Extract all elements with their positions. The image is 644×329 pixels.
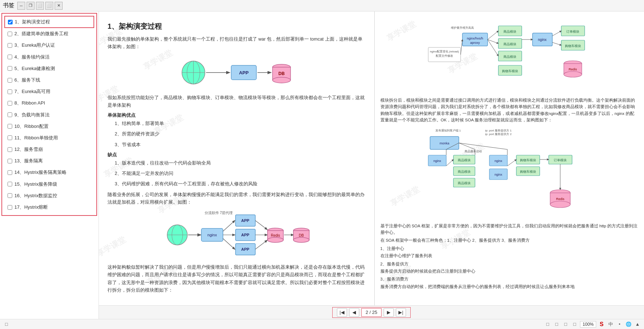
nav-first-btn[interactable]: |◀ bbox=[337, 308, 347, 317]
restore2-btn[interactable]: ⬜ bbox=[36, 2, 44, 10]
sidebar-item-7[interactable]: 7、Eureka高可用 bbox=[4, 86, 94, 97]
svg-text:商品模块: 商品模块 bbox=[503, 42, 516, 46]
bottom-arrow-icon[interactable]: ▲ bbox=[634, 321, 641, 328]
right-text1: 模块拆分后，模块和模块之间是需要通过接口调用的方式进行通信，模块和模块之间通过分… bbox=[380, 97, 639, 124]
svg-text:购物车模块: 购物车模块 bbox=[520, 158, 536, 162]
bottom-page-icon[interactable]: □ bbox=[3, 321, 10, 328]
sidebar-checkbox-12[interactable] bbox=[8, 147, 12, 152]
sidebar-item-17[interactable]: 17、Hystrix熔断 bbox=[4, 201, 94, 213]
sidebar-checkbox-17[interactable] bbox=[8, 205, 12, 210]
svg-text:Redis: Redis bbox=[569, 68, 577, 71]
sidebar-checkbox-14[interactable] bbox=[8, 170, 12, 175]
app-title: 书签 bbox=[3, 2, 14, 9]
sidebar-checkbox-13[interactable] bbox=[8, 159, 12, 163]
sidebar-item-4[interactable]: 4、服务续约保活 bbox=[4, 51, 94, 63]
scale-arch-svg: 分流软件 7层代理 bbox=[161, 210, 312, 260]
sidebar-checkbox-5[interactable] bbox=[8, 66, 12, 71]
svg-text:Redis: Redis bbox=[556, 197, 565, 201]
svg-text:aproxy: aproxy bbox=[470, 41, 480, 45]
sidebar-item-11[interactable]: 11、Ribbon单独使用 bbox=[4, 132, 94, 144]
sidebar-item-3[interactable]: 3、Eureka用户认证 bbox=[4, 40, 94, 51]
nav-last-btn[interactable]: ▶| bbox=[396, 308, 406, 317]
sidebar-label-12: 12、服务雪崩 bbox=[14, 146, 43, 153]
svg-text:商品模块: 商品模块 bbox=[458, 170, 471, 173]
sidebar-item-9[interactable]: 9、负载均衡算法 bbox=[4, 109, 94, 121]
nav-next-btn[interactable]: ▶ bbox=[384, 308, 394, 317]
svg-point-10 bbox=[273, 77, 291, 83]
bottom-icon-2[interactable]: □ bbox=[553, 321, 560, 328]
sidebar-item-15[interactable]: 15、Hystrix服务降级 bbox=[4, 179, 94, 190]
sidebar-label-5: 5、Eureka健康检测 bbox=[14, 65, 55, 72]
sidebar-item-6[interactable]: 6、服务下线 bbox=[4, 74, 94, 86]
bottom-icon-1[interactable]: □ bbox=[544, 321, 551, 328]
pdf-pages: 享学课堂 享学课堂 享学课堂 享学课堂 享学课堂 享学课堂 享学课堂 享学课堂 … bbox=[99, 11, 644, 305]
svg-text:monka: monka bbox=[440, 142, 449, 145]
svg-line-21 bbox=[223, 238, 235, 249]
defect-2: 2、不能满足一定并发的访问 bbox=[115, 170, 366, 177]
sidebar-item-8[interactable]: 8、Ribbon API bbox=[4, 97, 94, 109]
restore-btn[interactable]: ❐ bbox=[27, 2, 35, 10]
sidebar-item-16[interactable]: 16、Hystrix数据监控 bbox=[4, 190, 94, 201]
bottom-dot-icon[interactable]: • bbox=[616, 321, 623, 328]
svg-text:APP: APP bbox=[241, 218, 249, 223]
sidebar-checkbox-11[interactable] bbox=[8, 135, 12, 140]
nav-prev-btn[interactable]: ◀ bbox=[349, 308, 359, 317]
pro-3: 3、节省成本 bbox=[115, 141, 366, 149]
micro-top-svg: nginx配置变化 (reload) 配置文件修改 维护量升维升高高 nginx… bbox=[426, 22, 592, 94]
bottom-icon-4[interactable]: □ bbox=[571, 321, 578, 328]
bottom-icon-3[interactable]: □ bbox=[562, 321, 569, 328]
sidebar-label-9: 9、负载均衡算法 bbox=[14, 112, 50, 118]
sidebar-checkbox-15[interactable] bbox=[8, 182, 12, 186]
sidebar-label-8: 8、Ribbon API bbox=[14, 100, 45, 106]
sidebar-checkbox-6[interactable] bbox=[8, 78, 12, 83]
pro-1: 1、结构简单，部署简单 bbox=[115, 120, 366, 128]
defects-label: 缺点 bbox=[108, 152, 366, 158]
svg-text:ip: port 服务提供方 2: ip: port 服务提供方 2 bbox=[485, 133, 512, 136]
navigation-bar: |◀ ◀ ▶ ▶| bbox=[99, 305, 644, 319]
svg-text:发布通知到客户端 1: 发布通知到客户端 1 bbox=[435, 129, 461, 132]
sidebar-item-12[interactable]: 12、服务雪崩 bbox=[4, 144, 94, 155]
sidebar-item-1[interactable]: 1、架构演变过程 bbox=[4, 16, 94, 28]
diagram-soa: 发布通知到客户端 1 ip: port 服务提供方 1 ip: port 服务提… bbox=[380, 126, 639, 220]
defect-3: 3、代码维护困难，所有代码在一个工程里面，存在被他人修改的风险 bbox=[115, 180, 366, 188]
svg-text:购物车模块: 购物车模块 bbox=[520, 170, 536, 173]
sidebar-item-2[interactable]: 2、搭建简单的微服务工程 bbox=[4, 28, 94, 40]
sidebar-checkbox-3[interactable] bbox=[8, 43, 12, 48]
sidebar-label-11: 11、Ribbon单独使用 bbox=[14, 135, 58, 141]
sidebar-item-5[interactable]: 5、Eureka健康检测 bbox=[4, 63, 94, 74]
bottom-globe-icon[interactable]: 🌐 bbox=[625, 321, 632, 328]
sidebar-item-13[interactable]: 13、服务隔离 bbox=[4, 155, 94, 167]
close-btn[interactable]: ✕ bbox=[55, 2, 63, 10]
sidebar-label-7: 7、Eureka高可用 bbox=[14, 88, 50, 95]
bottom-bar: □ □ □ □ □ 100% S 中 • 🌐 ▲ bbox=[0, 319, 644, 329]
defect-1: 1、版本迭代慢，往往改动一个代码会影响全局 bbox=[115, 159, 366, 167]
svg-text:订单模块: 订单模块 bbox=[566, 30, 579, 33]
window-controls: ─ ❐ ⬜ ⬜ ✕ bbox=[17, 2, 63, 10]
sidebar-checkbox-4[interactable] bbox=[8, 55, 12, 59]
sidebar-checkbox-1[interactable] bbox=[8, 20, 13, 24]
sidebar-checkbox-10[interactable] bbox=[8, 124, 12, 129]
sidebar-label-2: 2、搭建简单的微服务工程 bbox=[14, 31, 68, 37]
svg-text:配置文件修改: 配置文件修改 bbox=[436, 54, 453, 57]
bottom-s-icon[interactable]: S bbox=[598, 321, 605, 328]
sidebar-item-10[interactable]: 10、Ribbon配置 bbox=[4, 121, 94, 132]
sidebar-checkbox-7[interactable] bbox=[8, 89, 12, 94]
title-bar: 书签 ─ ❐ ⬜ ⬜ ✕ bbox=[0, 0, 644, 11]
sidebar-outline: 1、架构演变过程2、搭建简单的微服务工程3、Eureka用户认证4、服务续约保活… bbox=[1, 13, 97, 216]
maximize-btn[interactable]: ⬜ bbox=[45, 2, 53, 10]
svg-point-99 bbox=[550, 201, 570, 208]
sidebar-checkbox-2[interactable] bbox=[8, 32, 12, 36]
sidebar-item-14[interactable]: 14、Hystrix服务隔离策略 bbox=[4, 167, 94, 178]
bottom-lang-icon[interactable]: 中 bbox=[607, 321, 614, 328]
sidebar-checkbox-16[interactable] bbox=[8, 193, 12, 198]
svg-text:nginx: nginx bbox=[433, 159, 441, 163]
diagram-scale-arch: 分流软件 7层代理 bbox=[108, 210, 366, 260]
sidebar-checkbox-9[interactable] bbox=[8, 112, 12, 117]
minimize-btn[interactable]: ─ bbox=[17, 2, 25, 10]
nav-controls: |◀ ◀ ▶ ▶| bbox=[332, 307, 411, 318]
svg-text:APP: APP bbox=[241, 233, 249, 237]
nav-page-input[interactable] bbox=[361, 308, 382, 317]
svg-point-38 bbox=[293, 237, 309, 242]
svg-text:商品服务启动: 商品服务启动 bbox=[465, 150, 482, 153]
sidebar-checkbox-8[interactable] bbox=[8, 101, 12, 106]
